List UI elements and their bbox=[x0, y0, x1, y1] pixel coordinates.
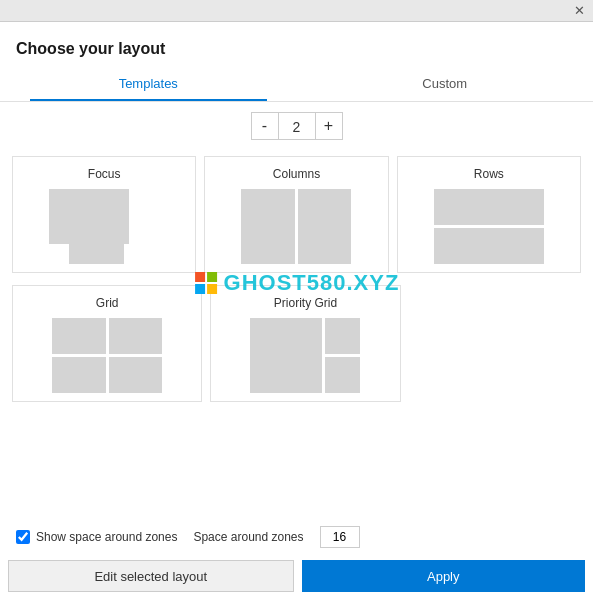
layout-card-columns[interactable]: Columns bbox=[204, 156, 388, 273]
columns-preview bbox=[213, 189, 379, 264]
space-around-label: Space around zones bbox=[193, 530, 303, 544]
layout-card-focus[interactable]: Focus bbox=[12, 156, 196, 273]
show-space-label[interactable]: Show space around zones bbox=[16, 530, 177, 544]
rows-label: Rows bbox=[474, 167, 504, 181]
grid-label: Grid bbox=[96, 296, 119, 310]
priority-small-1 bbox=[325, 318, 361, 354]
layouts-row-1: Focus Columns bbox=[8, 152, 585, 277]
focus-small-pane bbox=[69, 229, 124, 264]
priority-grid-preview bbox=[219, 318, 391, 393]
grid-cell-2 bbox=[109, 318, 163, 354]
edit-layout-button[interactable]: Edit selected layout bbox=[8, 560, 294, 592]
dialog-header: Choose your layout bbox=[0, 22, 593, 66]
apply-button[interactable]: Apply bbox=[302, 560, 586, 592]
layout-card-grid[interactable]: Grid bbox=[12, 285, 202, 402]
bottom-options: Show space around zones Space around zon… bbox=[0, 518, 593, 552]
focus-label: Focus bbox=[88, 167, 121, 181]
count-row: - 2 + bbox=[0, 102, 593, 152]
count-value: 2 bbox=[279, 112, 315, 140]
close-button[interactable]: ✕ bbox=[571, 3, 587, 19]
dialog-title: Choose your layout bbox=[16, 40, 165, 57]
tabs: Templates Custom bbox=[0, 66, 593, 102]
layout-card-priority-grid[interactable]: Priority Grid bbox=[210, 285, 400, 402]
empty-slot bbox=[409, 285, 581, 402]
title-bar: ✕ bbox=[0, 0, 593, 22]
grid-cell-3 bbox=[52, 357, 106, 393]
show-space-checkbox[interactable] bbox=[16, 530, 30, 544]
priority-grid-label: Priority Grid bbox=[274, 296, 337, 310]
focus-preview bbox=[21, 189, 187, 264]
col-pane-1 bbox=[241, 189, 295, 264]
layout-card-rows[interactable]: Rows bbox=[397, 156, 581, 273]
focus-visual bbox=[49, 189, 159, 264]
col-pane-2 bbox=[298, 189, 352, 264]
space-around-input[interactable] bbox=[320, 526, 360, 548]
priority-small-2 bbox=[325, 357, 361, 393]
priority-main-pane bbox=[250, 318, 321, 393]
rows-visual bbox=[434, 189, 544, 264]
decrement-button[interactable]: - bbox=[251, 112, 279, 140]
tab-templates[interactable]: Templates bbox=[0, 66, 297, 101]
rows-preview bbox=[406, 189, 572, 264]
priority-grid-visual bbox=[250, 318, 360, 393]
grid-cell-4 bbox=[109, 357, 163, 393]
columns-label: Columns bbox=[273, 167, 320, 181]
tab-custom[interactable]: Custom bbox=[297, 66, 594, 101]
columns-visual bbox=[241, 189, 351, 264]
grid-cell-1 bbox=[52, 318, 106, 354]
row-pane-2 bbox=[434, 228, 544, 264]
layouts-grid: Focus Columns bbox=[0, 152, 593, 518]
grid-preview bbox=[21, 318, 193, 393]
grid-visual bbox=[52, 318, 162, 393]
row-pane-1 bbox=[434, 189, 544, 225]
layouts-row-2: Grid Priority Grid bbox=[8, 281, 585, 406]
increment-button[interactable]: + bbox=[315, 112, 343, 140]
footer-buttons: Edit selected layout Apply bbox=[0, 552, 593, 600]
dialog: Choose your layout Templates Custom - 2 … bbox=[0, 22, 593, 600]
